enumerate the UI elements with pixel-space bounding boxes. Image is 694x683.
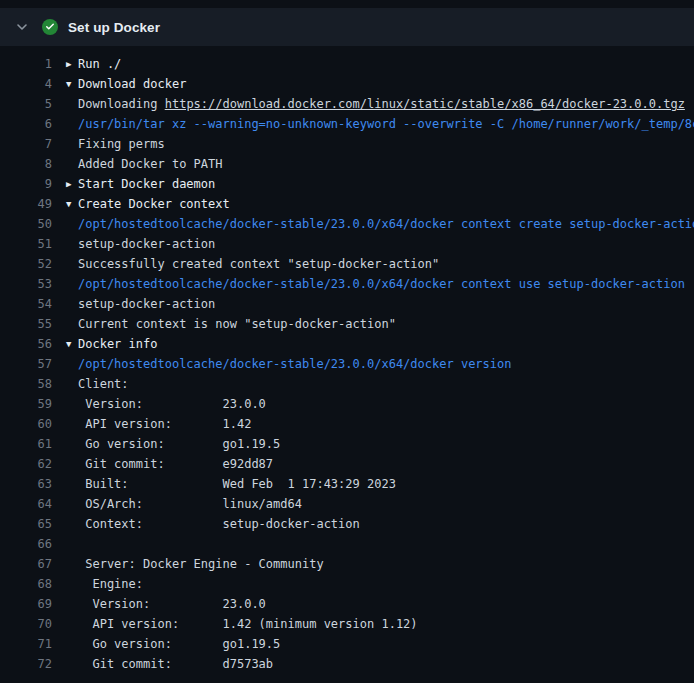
log-line: 68 Engine:	[0, 574, 694, 594]
log-lines: 1 ▶ Run ./ 4 ▼ Download docker 5 Downloa…	[0, 46, 694, 674]
line-text: /opt/hostedtoolcache/docker-stable/23.0.…	[78, 274, 685, 294]
log-line: 69 Version: 23.0.0	[0, 594, 694, 614]
line-number[interactable]: 7	[0, 134, 52, 154]
log-line: 9 ▶ Start Docker daemon	[0, 174, 694, 194]
line-number[interactable]: 58	[0, 374, 52, 394]
log-link[interactable]: https://download.docker.com/linux/static…	[165, 97, 685, 111]
line-text: Git commit: d7573ab	[78, 654, 273, 674]
line-number[interactable]: 69	[0, 594, 52, 614]
line-number[interactable]: 70	[0, 614, 52, 634]
line-number[interactable]: 5	[0, 94, 52, 114]
line-number[interactable]: 54	[0, 294, 52, 314]
group-toggle-icon	[52, 274, 78, 294]
line-number[interactable]: 61	[0, 434, 52, 454]
group-toggle-icon	[52, 354, 78, 374]
line-number[interactable]: 64	[0, 494, 52, 514]
line-number[interactable]: 66	[0, 534, 52, 554]
group-toggle-icon[interactable]: ▶	[52, 54, 78, 74]
line-text: Docker info	[78, 334, 157, 354]
group-toggle-icon	[52, 634, 78, 654]
line-text: /usr/bin/tar xz --warning=no-unknown-key…	[78, 114, 694, 134]
log-line: 71 Go version: go1.19.5	[0, 634, 694, 654]
log-line: 4 ▼ Download docker	[0, 74, 694, 94]
line-text: Successfully created context "setup-dock…	[78, 254, 439, 274]
group-toggle-icon	[52, 654, 78, 674]
group-toggle-icon	[52, 414, 78, 434]
log-line: 65 Context: setup-docker-action	[0, 514, 694, 534]
log-line: 55 Current context is now "setup-docker-…	[0, 314, 694, 334]
line-text: API version: 1.42	[78, 414, 251, 434]
log-line: 70 API version: 1.42 (minimum version 1.…	[0, 614, 694, 634]
line-number[interactable]: 9	[0, 174, 52, 194]
group-toggle-icon	[52, 134, 78, 154]
line-text: Built: Wed Feb 1 17:43:29 2023	[78, 474, 396, 494]
line-number[interactable]: 4	[0, 74, 52, 94]
group-toggle-icon[interactable]: ▼	[52, 194, 78, 214]
group-toggle-icon	[52, 454, 78, 474]
line-text: Create Docker context	[78, 194, 230, 214]
log-line: 5 Downloading https://download.docker.co…	[0, 94, 694, 114]
line-number[interactable]: 8	[0, 154, 52, 174]
chevron-down-icon[interactable]	[16, 21, 28, 33]
log-line: 59 Version: 23.0.0	[0, 394, 694, 414]
actions-log-panel: Set up Docker 1 ▶ Run ./ 4 ▼ Download do…	[0, 0, 694, 683]
line-text: OS/Arch: linux/amd64	[78, 494, 302, 514]
line-number[interactable]: 50	[0, 214, 52, 234]
line-number[interactable]: 62	[0, 454, 52, 474]
line-number[interactable]: 67	[0, 554, 52, 574]
step-title: Set up Docker	[68, 20, 160, 35]
line-number[interactable]: 49	[0, 194, 52, 214]
log-line: 8 Added Docker to PATH	[0, 154, 694, 174]
step-header[interactable]: Set up Docker	[0, 8, 694, 46]
line-number[interactable]: 51	[0, 234, 52, 254]
line-number[interactable]: 53	[0, 274, 52, 294]
log-line: 50 /opt/hostedtoolcache/docker-stable/23…	[0, 214, 694, 234]
group-toggle-icon	[52, 214, 78, 234]
group-toggle-icon	[52, 234, 78, 254]
line-number[interactable]: 57	[0, 354, 52, 374]
line-number[interactable]: 71	[0, 634, 52, 654]
group-toggle-icon[interactable]: ▼	[52, 334, 78, 354]
group-toggle-icon	[52, 94, 78, 114]
log-line: 1 ▶ Run ./	[0, 54, 694, 74]
line-number[interactable]: 63	[0, 474, 52, 494]
line-number[interactable]: 56	[0, 334, 52, 354]
line-text: setup-docker-action	[78, 294, 215, 314]
group-toggle-icon	[52, 154, 78, 174]
line-text: Version: 23.0.0	[78, 394, 266, 414]
group-toggle-icon	[52, 594, 78, 614]
log-line: 53 /opt/hostedtoolcache/docker-stable/23…	[0, 274, 694, 294]
line-text: Client:	[78, 374, 129, 394]
line-text: Fixing perms	[78, 134, 165, 154]
line-number[interactable]: 6	[0, 114, 52, 134]
line-text: Run ./	[78, 54, 121, 74]
line-text: Download docker	[78, 74, 186, 94]
line-number[interactable]: 52	[0, 254, 52, 274]
line-text: Context: setup-docker-action	[78, 514, 360, 534]
line-number[interactable]: 65	[0, 514, 52, 534]
log-line: 51 setup-docker-action	[0, 234, 694, 254]
group-toggle-icon	[52, 614, 78, 634]
line-number[interactable]: 68	[0, 574, 52, 594]
log-line: 60 API version: 1.42	[0, 414, 694, 434]
group-toggle-icon	[52, 374, 78, 394]
log-line: 62 Git commit: e92dd87	[0, 454, 694, 474]
group-toggle-icon[interactable]: ▶	[52, 174, 78, 194]
line-number[interactable]: 60	[0, 414, 52, 434]
line-number[interactable]: 72	[0, 654, 52, 674]
group-toggle-icon	[52, 114, 78, 134]
line-text: API version: 1.42 (minimum version 1.12)	[78, 614, 418, 634]
group-toggle-icon	[52, 474, 78, 494]
line-number[interactable]: 1	[0, 54, 52, 74]
log-line: 49 ▼ Create Docker context	[0, 194, 694, 214]
log-line: 54 setup-docker-action	[0, 294, 694, 314]
line-number[interactable]: 55	[0, 314, 52, 334]
log-line: 7 Fixing perms	[0, 134, 694, 154]
log-line: 64 OS/Arch: linux/amd64	[0, 494, 694, 514]
line-text: Downloading https://download.docker.com/…	[78, 94, 685, 114]
line-text: /opt/hostedtoolcache/docker-stable/23.0.…	[78, 214, 694, 234]
group-toggle-icon[interactable]: ▼	[52, 74, 78, 94]
line-text: /opt/hostedtoolcache/docker-stable/23.0.…	[78, 354, 511, 374]
line-number[interactable]: 59	[0, 394, 52, 414]
line-text: Git commit: e92dd87	[78, 454, 273, 474]
